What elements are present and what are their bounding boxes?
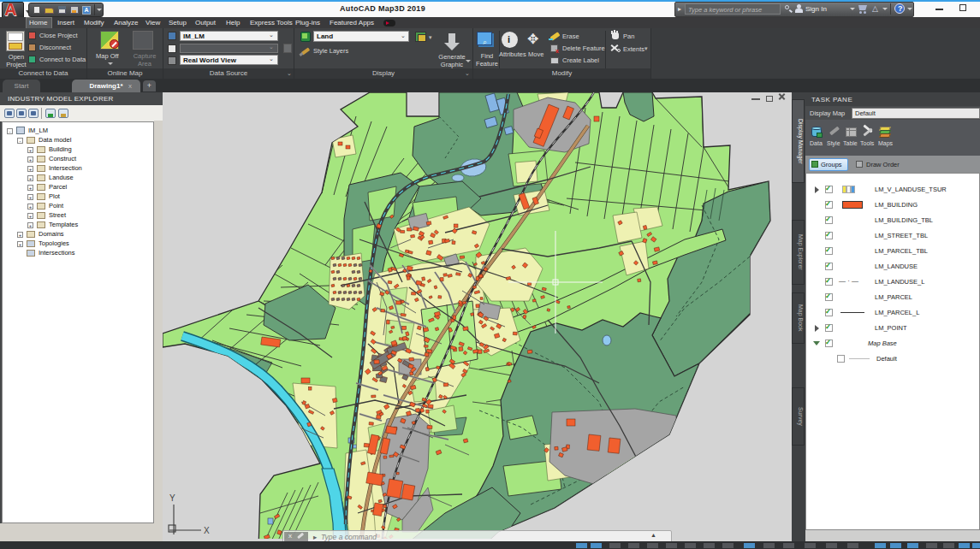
svg-text:X: X bbox=[204, 526, 210, 535]
svg-text:Y: Y bbox=[169, 493, 175, 503]
